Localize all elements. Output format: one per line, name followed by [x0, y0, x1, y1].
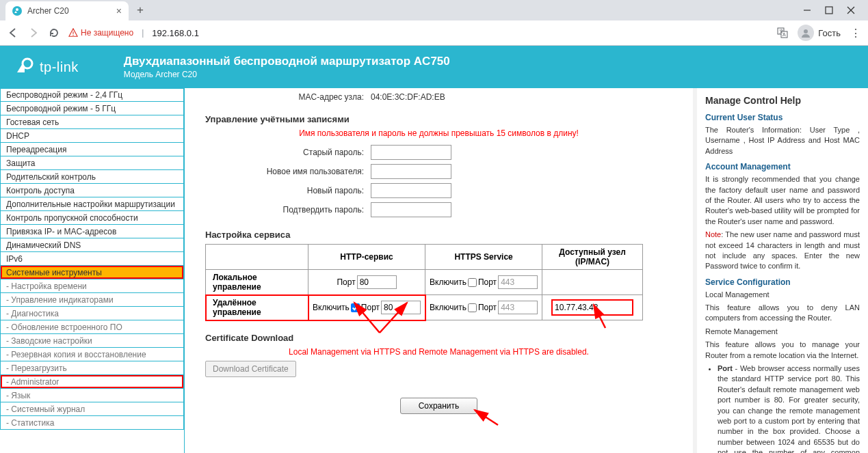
- cert-section-title: Certificate Download: [205, 333, 672, 343]
- forward-button[interactable]: [27, 27, 40, 39]
- svg-point-0: [16, 8, 18, 11]
- sidebar-item[interactable]: - Диагностика: [0, 307, 184, 320]
- reload-button[interactable]: [48, 27, 60, 39]
- sidebar-item[interactable]: - Статистика: [0, 416, 184, 430]
- tab-favicon: [12, 6, 22, 16]
- main-content: MAC-адрес узла: 04:0E:3C:DF:AD:EB Управл…: [185, 88, 693, 453]
- help-panel: Manage Control Help Current User Status …: [693, 88, 868, 453]
- sidebar-item[interactable]: - Резервная копия и восстановление: [0, 348, 184, 361]
- close-tab-icon[interactable]: ×: [116, 5, 122, 16]
- new-username-input[interactable]: [371, 164, 451, 179]
- back-button[interactable]: [7, 27, 19, 39]
- mac-label: MAC-адрес узла:: [205, 92, 371, 102]
- local-https-port-input[interactable]: [498, 275, 538, 289]
- local-management-row: Локальное управление Порт ВключитьПорт: [206, 270, 643, 295]
- page-header: tp-link Двухдиапазонный беспроводной мар…: [0, 46, 868, 88]
- remote-http-enable-checkbox[interactable]: [351, 303, 360, 312]
- download-cert-button[interactable]: Download Certificate: [205, 361, 296, 377]
- host-ip-input[interactable]: [552, 300, 633, 315]
- sidebar-item[interactable]: Беспроводной режим - 2,4 ГГц: [0, 88, 184, 102]
- svg-text:A: A: [782, 32, 786, 37]
- translate-icon[interactable]: 文A: [777, 27, 788, 38]
- new-password-input[interactable]: [371, 183, 451, 198]
- warning-icon: [68, 28, 78, 38]
- sidebar-item[interactable]: Беспроводной режим - 5 ГГц: [0, 102, 184, 115]
- menu-button[interactable]: ⋮: [850, 27, 861, 40]
- sidebar-item[interactable]: Привязка IP- и MAC-адресов: [0, 225, 184, 238]
- remote-management-row: Удалённое управление ВключитьПорт Включи…: [206, 295, 643, 320]
- minimize-button[interactable]: [802, 5, 812, 15]
- sidebar-item[interactable]: - Язык: [0, 389, 184, 402]
- sidebar-item[interactable]: - Обновление встроенного ПО: [0, 320, 184, 334]
- remote-http-port-input[interactable]: [381, 301, 421, 314]
- sidebar-item[interactable]: - Настройка времени: [0, 279, 184, 293]
- account-section-title: Управление учётными записями: [205, 114, 672, 124]
- sidebar-item[interactable]: IPv6: [0, 252, 184, 266]
- page-title: Двухдиапазонный беспроводной маршрутизат…: [124, 55, 450, 68]
- brand-logo: tp-link: [15, 57, 79, 77]
- sidebar-item[interactable]: Динамический DNS: [0, 238, 184, 252]
- service-section-title: Настройка сервиса: [205, 230, 672, 240]
- sidebar-item[interactable]: Защита: [0, 156, 184, 170]
- sidebar-item[interactable]: - Administrator: [0, 375, 184, 389]
- help-title: Manage Control Help: [705, 95, 860, 106]
- model-label: Модель Archer C20: [124, 70, 450, 79]
- remote-https-port-input[interactable]: [498, 301, 538, 314]
- tab-bar: Archer C20 × +: [0, 0, 868, 20]
- tab-title: Archer C20: [27, 6, 69, 16]
- svg-rect-2: [826, 7, 832, 14]
- account-warning: Имя пользователя и пароль не должны прев…: [205, 128, 672, 138]
- address-bar: Не защищено | 192.168.0.1 文A Гость ⋮: [0, 20, 868, 45]
- tp-link-logo-icon: [15, 57, 36, 77]
- sidebar-item[interactable]: Контроль пропускной способности: [0, 211, 184, 225]
- sidebar: Беспроводной режим - 2,4 ГГцБеспроводной…: [0, 88, 185, 453]
- maximize-button[interactable]: [824, 5, 834, 15]
- save-button[interactable]: Сохранить: [400, 398, 478, 414]
- sidebar-item[interactable]: DHCP: [0, 129, 184, 143]
- sidebar-item[interactable]: Дополнительные настройки маршрутизации: [0, 197, 184, 211]
- sidebar-item[interactable]: Гостевая сеть: [0, 115, 184, 129]
- new-tab-button[interactable]: +: [137, 3, 144, 17]
- sidebar-item[interactable]: - Перезагрузить: [0, 361, 184, 375]
- url-text[interactable]: 192.168.0.1: [152, 28, 199, 38]
- sidebar-item[interactable]: - Заводские настройки: [0, 334, 184, 348]
- close-window-button[interactable]: [846, 5, 856, 15]
- sidebar-item[interactable]: Контроль доступа: [0, 184, 184, 197]
- service-table: HTTP-сервис HTTPS Service Доступный узел…: [205, 244, 643, 320]
- sidebar-item[interactable]: Родительский контроль: [0, 170, 184, 184]
- old-password-input[interactable]: [371, 145, 451, 160]
- mac-value: 04:0E:3C:DF:AD:EB: [371, 92, 445, 102]
- profile-button[interactable]: Гость: [798, 25, 841, 41]
- svg-point-6: [73, 35, 73, 36]
- sidebar-item[interactable]: Системные инструменты: [0, 266, 184, 279]
- browser-tab[interactable]: Archer C20 ×: [5, 1, 129, 20]
- sidebar-item[interactable]: Переадресация: [0, 143, 184, 156]
- local-https-enable-checkbox[interactable]: [468, 278, 477, 287]
- local-http-port-input[interactable]: [357, 275, 397, 289]
- security-warning[interactable]: Не защищено: [68, 28, 133, 38]
- svg-point-11: [804, 29, 808, 33]
- confirm-password-input[interactable]: [371, 202, 451, 217]
- sidebar-item[interactable]: - Системный журнал: [0, 402, 184, 416]
- remote-https-enable-checkbox[interactable]: [468, 303, 477, 312]
- avatar-icon: [798, 25, 814, 41]
- cert-disabled-message: Local Management via HTTPS and Remote Ma…: [205, 347, 672, 357]
- sidebar-item[interactable]: - Управление индикаторами: [0, 293, 184, 307]
